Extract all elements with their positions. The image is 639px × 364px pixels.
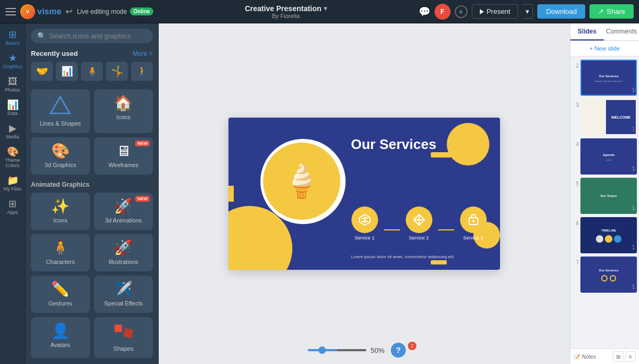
share-button[interactable]: ↗ Share	[589, 4, 634, 19]
photos-icon: 🖼	[8, 77, 18, 86]
slide-thumb-3[interactable]: WELCOME ⤵	[580, 99, 637, 135]
category-icons[interactable]: 🏠 Icons	[94, 89, 153, 133]
3d-graphics-label: 3d Graphics	[45, 162, 76, 168]
zoom-percent: 50%	[371, 346, 384, 354]
sidebar-item-data[interactable]: 📊 Data	[1, 97, 24, 119]
slide-thumb-2-overlay: ⤵	[632, 84, 635, 94]
notes-icon: 📝	[574, 354, 580, 360]
present-button[interactable]: Present	[472, 4, 519, 19]
gestures-label: Gestures	[48, 300, 72, 307]
connector-1	[384, 229, 400, 230]
share-icon: ↗	[598, 7, 604, 15]
sidebar-item-basics[interactable]: ⊞ Basics	[1, 27, 24, 49]
topbar-center: Creative Presentation ▾ By Fiorella	[159, 4, 413, 19]
presentation-title: Creative Presentation ▾	[245, 4, 327, 13]
topbar: v visme ↩ Live editing mode Online Creat…	[0, 0, 639, 23]
theme-colors-icon: 🎨	[7, 147, 19, 156]
sidebar-item-media[interactable]: ▶ Media	[1, 120, 24, 143]
category-characters[interactable]: 🧍 Characters	[31, 234, 90, 271]
zoom-controls: 50%	[308, 346, 384, 354]
lines-shapes-icon	[50, 96, 71, 117]
search-box[interactable]: 🔍	[31, 29, 153, 43]
slide-thumb-container-7: 7 Our Services ⤵	[572, 255, 637, 294]
slide-thumb-2[interactable]: Our Services Service 1 Service 2 Service…	[580, 60, 637, 96]
slide-number-6: 6	[572, 220, 579, 226]
sidebar-item-photos[interactable]: 🖼 Photos	[1, 73, 24, 96]
help-button[interactable]: ?	[391, 343, 406, 358]
gestures-icon: ✏️	[51, 282, 70, 297]
category-3d-animations[interactable]: NEW 🚀 3d Animations	[94, 193, 153, 230]
edit-mode-label: Live editing mode Online	[77, 7, 153, 15]
logo: v visme	[20, 4, 61, 19]
lorem-text: Lorem ipsum dolor sit amet, consectetur …	[351, 254, 489, 259]
services-row: Service 1 Service 2	[348, 206, 489, 241]
accent-bar-bottom	[431, 260, 447, 264]
category-gestures[interactable]: ✏️ Gestures	[31, 276, 90, 313]
download-button[interactable]: Download	[537, 4, 585, 19]
icons-grid-icon: 🏠	[114, 96, 133, 111]
sidebar-item-my-files[interactable]: 📁 My Files	[1, 172, 24, 195]
category-anim-icons[interactable]: ✨ Icons	[31, 193, 90, 230]
category-lines-shapes[interactable]: Lines & Shapes	[31, 89, 90, 133]
recent-icon-3[interactable]: 🧍	[81, 62, 103, 81]
category-special-effects[interactable]: ✈️ Special Effects	[94, 276, 153, 313]
sidebar-item-theme-colors[interactable]: 🎨 ThemeColors	[1, 144, 24, 171]
bottom-bar: 📝 Notes ⊞ ≡	[570, 349, 639, 364]
slide-thumb-container-3: 3 WELCOME ⤵	[572, 98, 637, 136]
recently-used-title: Recently used	[31, 49, 78, 57]
slide-number-5: 5	[572, 181, 579, 187]
slide-number-3: 3	[572, 102, 579, 108]
recent-icon-4[interactable]: 🤸	[106, 62, 128, 81]
new-badge: NEW	[135, 140, 150, 146]
present-dropdown-button[interactable]: ▾	[522, 4, 533, 19]
accent-bar-left	[228, 186, 234, 202]
shapes-label: Shapes	[113, 345, 133, 352]
slide-thumb-5[interactable]: Our Teams ⤵	[580, 178, 637, 214]
sidebar-item-graphics[interactable]: ★ Graphics	[1, 50, 24, 72]
list-view-button[interactable]: ≡	[625, 351, 636, 362]
slide-canvas[interactable]: 🍦 Our Services	[228, 118, 500, 270]
more-link[interactable]: More >	[133, 50, 153, 57]
anim-icons-icon: ✨	[51, 199, 70, 214]
slide-title: Our Services	[351, 136, 436, 153]
new-slide-button[interactable]: + New slide	[570, 41, 639, 56]
tab-slides[interactable]: Slides	[570, 23, 604, 40]
service-2-icon	[406, 206, 432, 233]
slides-list: 2 Our Services Service 1 Service 2 Servi…	[570, 56, 639, 349]
view-icons: ⊞ ≡	[613, 351, 636, 362]
characters-icon: 🧍	[51, 241, 70, 255]
category-illustrations[interactable]: 🚀 Illustrations	[94, 234, 153, 271]
search-input[interactable]	[49, 32, 146, 40]
svg-marker-0	[51, 97, 70, 113]
3d-graphics-icon: 🎨	[51, 144, 70, 159]
media-icon: ▶	[9, 123, 17, 133]
avatars-icon: 👤	[51, 324, 70, 338]
recent-icon-5[interactable]: 🚶	[131, 62, 153, 81]
category-3d-graphics[interactable]: 🎨 3d Graphics	[31, 137, 90, 175]
slide-thumb-4[interactable]: Agenda ● ● ● ⤵	[580, 138, 637, 175]
category-avatars[interactable]: 👤 Avatars	[31, 317, 90, 358]
category-wireframes[interactable]: NEW 🖥 Wireframes	[94, 137, 153, 175]
right-tabs: Slides Comments	[570, 23, 639, 41]
zoom-slider[interactable]	[308, 349, 366, 351]
accent-bar-top	[431, 152, 452, 158]
shapes-icon	[113, 324, 134, 342]
menu-icon[interactable]	[5, 8, 16, 15]
comment-icon[interactable]: 💬	[419, 6, 430, 18]
sidebar-item-apps[interactable]: ⊞ Apps	[1, 196, 24, 218]
slide-thumb-7[interactable]: Our Services ⤵	[580, 257, 637, 293]
service-3-icon	[460, 206, 487, 233]
add-collaborator-button[interactable]: +	[455, 5, 468, 18]
recent-icon-1[interactable]: 🤝	[31, 62, 53, 81]
slide-thumb-6[interactable]: TIMELINE ⤵	[580, 217, 637, 253]
grid-view-button[interactable]: ⊞	[613, 351, 624, 362]
undo-icon[interactable]: ↩	[65, 6, 72, 16]
notes-button[interactable]: 📝 Notes	[574, 354, 596, 360]
recent-icon-2[interactable]: 📊	[56, 62, 78, 81]
anim-icons-label: Icons	[53, 217, 67, 224]
lines-shapes-label: Lines & Shapes	[40, 120, 81, 127]
svg-rect-1	[114, 325, 122, 332]
category-shapes[interactable]: Shapes	[94, 317, 153, 358]
ice-cream-icon: 🍦	[282, 162, 322, 200]
tab-comments[interactable]: Comments	[604, 23, 639, 40]
